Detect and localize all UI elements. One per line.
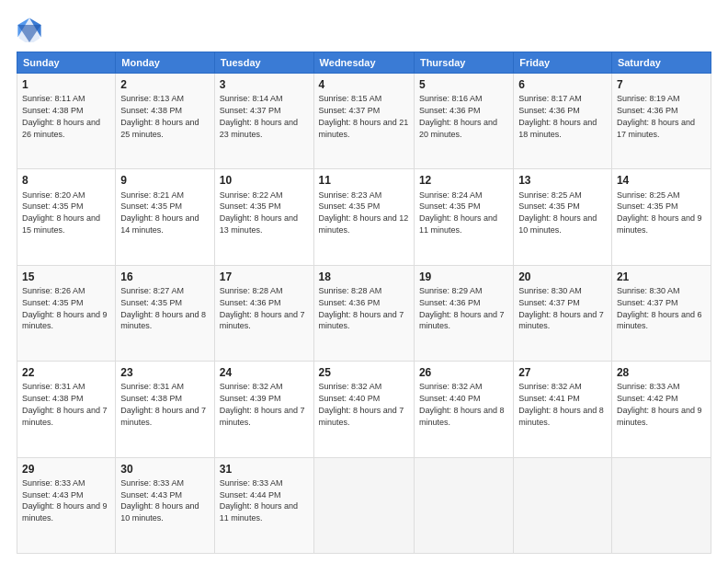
day-number: 13 <box>518 173 607 188</box>
col-monday: Monday <box>116 52 215 74</box>
day-number: 23 <box>120 365 210 380</box>
day-number: 9 <box>120 173 210 188</box>
day-number: 11 <box>319 173 409 188</box>
table-row <box>611 457 711 553</box>
cell-info: Sunrise: 8:33 AMSunset: 4:42 PMDaylight:… <box>617 382 702 426</box>
col-tuesday: Tuesday <box>214 52 313 74</box>
table-row <box>313 457 414 553</box>
cell-info: Sunrise: 8:15 AMSunset: 4:37 PMDaylight:… <box>319 94 409 138</box>
cell-info: Sunrise: 8:33 AMSunset: 4:44 PMDaylight:… <box>220 478 298 523</box>
cell-info: Sunrise: 8:32 AMSunset: 4:40 PMDaylight:… <box>319 382 404 426</box>
cell-info: Sunrise: 8:24 AMSunset: 4:35 PMDaylight:… <box>419 190 497 235</box>
table-row: 24 Sunrise: 8:32 AMSunset: 4:39 PMDaylig… <box>214 362 313 457</box>
table-row: 12 Sunrise: 8:24 AMSunset: 4:35 PMDaylig… <box>414 169 513 265</box>
cell-info: Sunrise: 8:20 AMSunset: 4:35 PMDaylight:… <box>22 190 100 235</box>
cell-info: Sunrise: 8:22 AMSunset: 4:35 PMDaylight:… <box>220 190 298 235</box>
table-row: 2 Sunrise: 8:13 AMSunset: 4:38 PMDayligh… <box>116 74 215 169</box>
day-number: 25 <box>319 365 409 380</box>
table-row: 13 Sunrise: 8:25 AMSunset: 4:35 PMDaylig… <box>514 169 612 265</box>
day-number: 17 <box>220 270 309 284</box>
calendar-week-row: 15 Sunrise: 8:26 AMSunset: 4:35 PMDaylig… <box>17 265 711 361</box>
day-number: 21 <box>617 270 706 284</box>
cell-info: Sunrise: 8:31 AMSunset: 4:38 PMDaylight:… <box>22 382 108 426</box>
table-row: 30 Sunrise: 8:33 AMSunset: 4:43 PMDaylig… <box>116 457 215 553</box>
day-number: 30 <box>120 462 210 477</box>
day-number: 18 <box>319 270 409 284</box>
col-wednesday: Wednesday <box>313 52 414 74</box>
table-row: 15 Sunrise: 8:26 AMSunset: 4:35 PMDaylig… <box>17 265 116 361</box>
table-row: 17 Sunrise: 8:28 AMSunset: 4:36 PMDaylig… <box>214 265 313 361</box>
table-row: 31 Sunrise: 8:33 AMSunset: 4:44 PMDaylig… <box>214 457 313 553</box>
table-row <box>414 457 513 553</box>
calendar-week-row: 22 Sunrise: 8:31 AMSunset: 4:38 PMDaylig… <box>17 362 711 457</box>
day-number: 15 <box>22 270 110 284</box>
day-number: 22 <box>22 365 110 380</box>
cell-info: Sunrise: 8:16 AMSunset: 4:36 PMDaylight:… <box>419 94 497 138</box>
day-number: 3 <box>220 77 309 92</box>
table-row: 21 Sunrise: 8:30 AMSunset: 4:37 PMDaylig… <box>611 265 711 361</box>
calendar-week-row: 1 Sunrise: 8:11 AMSunset: 4:38 PMDayligh… <box>17 74 711 169</box>
cell-info: Sunrise: 8:21 AMSunset: 4:35 PMDaylight:… <box>120 190 199 235</box>
header <box>17 17 711 42</box>
table-row: 7 Sunrise: 8:19 AMSunset: 4:36 PMDayligh… <box>611 74 711 169</box>
day-number: 14 <box>617 173 706 188</box>
day-number: 4 <box>319 77 409 92</box>
cell-info: Sunrise: 8:32 AMSunset: 4:40 PMDaylight:… <box>419 382 505 426</box>
day-number: 26 <box>419 365 508 380</box>
col-friday: Friday <box>514 52 612 74</box>
table-row: 18 Sunrise: 8:28 AMSunset: 4:36 PMDaylig… <box>313 265 414 361</box>
day-number: 31 <box>220 462 309 477</box>
day-number: 16 <box>120 270 210 284</box>
cell-info: Sunrise: 8:33 AMSunset: 4:43 PMDaylight:… <box>22 478 108 523</box>
table-row: 27 Sunrise: 8:32 AMSunset: 4:41 PMDaylig… <box>514 362 612 457</box>
table-row: 11 Sunrise: 8:23 AMSunset: 4:35 PMDaylig… <box>313 169 414 265</box>
table-row: 23 Sunrise: 8:31 AMSunset: 4:38 PMDaylig… <box>116 362 215 457</box>
table-row: 10 Sunrise: 8:22 AMSunset: 4:35 PMDaylig… <box>214 169 313 265</box>
table-row: 19 Sunrise: 8:29 AMSunset: 4:36 PMDaylig… <box>414 265 513 361</box>
cell-info: Sunrise: 8:19 AMSunset: 4:36 PMDaylight:… <box>617 94 695 138</box>
table-row: 26 Sunrise: 8:32 AMSunset: 4:40 PMDaylig… <box>414 362 513 457</box>
page: Sunday Monday Tuesday Wednesday Thursday… <box>0 0 728 563</box>
table-row: 25 Sunrise: 8:32 AMSunset: 4:40 PMDaylig… <box>313 362 414 457</box>
cell-info: Sunrise: 8:25 AMSunset: 4:35 PMDaylight:… <box>617 190 702 235</box>
cell-info: Sunrise: 8:26 AMSunset: 4:35 PMDaylight:… <box>22 286 108 330</box>
calendar-week-row: 29 Sunrise: 8:33 AMSunset: 4:43 PMDaylig… <box>17 457 711 553</box>
table-row: 5 Sunrise: 8:16 AMSunset: 4:36 PMDayligh… <box>414 74 513 169</box>
table-row: 6 Sunrise: 8:17 AMSunset: 4:36 PMDayligh… <box>514 74 612 169</box>
table-row: 22 Sunrise: 8:31 AMSunset: 4:38 PMDaylig… <box>17 362 116 457</box>
cell-info: Sunrise: 8:32 AMSunset: 4:41 PMDaylight:… <box>518 382 604 426</box>
cell-info: Sunrise: 8:30 AMSunset: 4:37 PMDaylight:… <box>518 286 604 330</box>
day-number: 1 <box>22 77 110 92</box>
table-row: 9 Sunrise: 8:21 AMSunset: 4:35 PMDayligh… <box>116 169 215 265</box>
cell-info: Sunrise: 8:32 AMSunset: 4:39 PMDaylight:… <box>220 382 305 426</box>
table-row: 8 Sunrise: 8:20 AMSunset: 4:35 PMDayligh… <box>17 169 116 265</box>
calendar-week-row: 8 Sunrise: 8:20 AMSunset: 4:35 PMDayligh… <box>17 169 711 265</box>
day-number: 24 <box>220 365 309 380</box>
day-number: 29 <box>22 462 110 477</box>
cell-info: Sunrise: 8:30 AMSunset: 4:37 PMDaylight:… <box>617 286 702 330</box>
cell-info: Sunrise: 8:29 AMSunset: 4:36 PMDaylight:… <box>419 286 505 330</box>
cell-info: Sunrise: 8:25 AMSunset: 4:35 PMDaylight:… <box>518 190 597 235</box>
cell-info: Sunrise: 8:13 AMSunset: 4:38 PMDaylight:… <box>120 94 199 138</box>
cell-info: Sunrise: 8:28 AMSunset: 4:36 PMDaylight:… <box>220 286 305 330</box>
cell-info: Sunrise: 8:14 AMSunset: 4:37 PMDaylight:… <box>220 94 298 138</box>
cell-info: Sunrise: 8:17 AMSunset: 4:36 PMDaylight:… <box>518 94 597 138</box>
table-row: 29 Sunrise: 8:33 AMSunset: 4:43 PMDaylig… <box>17 457 116 553</box>
cell-info: Sunrise: 8:31 AMSunset: 4:38 PMDaylight:… <box>120 382 206 426</box>
table-row <box>514 457 612 553</box>
col-sunday: Sunday <box>17 52 116 74</box>
logo <box>17 17 46 42</box>
calendar-table: Sunday Monday Tuesday Wednesday Thursday… <box>17 52 711 554</box>
day-number: 12 <box>419 173 508 188</box>
day-number: 2 <box>120 77 210 92</box>
cell-info: Sunrise: 8:33 AMSunset: 4:43 PMDaylight:… <box>120 478 199 523</box>
day-number: 19 <box>419 270 508 284</box>
day-number: 20 <box>518 270 607 284</box>
day-number: 10 <box>220 173 309 188</box>
day-number: 27 <box>518 365 607 380</box>
day-number: 5 <box>419 77 508 92</box>
cell-info: Sunrise: 8:28 AMSunset: 4:36 PMDaylight:… <box>319 286 404 330</box>
col-saturday: Saturday <box>611 52 711 74</box>
day-number: 8 <box>22 173 110 188</box>
day-number: 7 <box>617 77 706 92</box>
